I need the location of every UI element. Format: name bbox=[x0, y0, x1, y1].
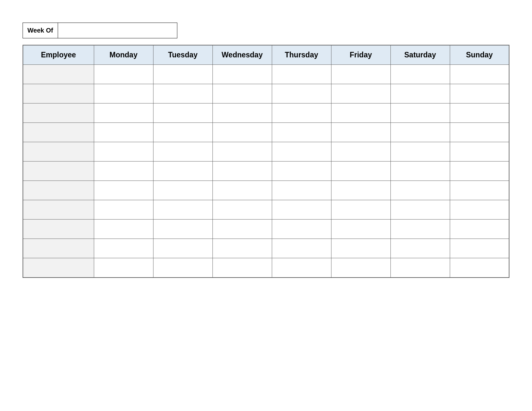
schedule-cell[interactable] bbox=[272, 103, 331, 123]
schedule-table: Employee Monday Tuesday Wednesday Thursd… bbox=[23, 45, 509, 278]
schedule-cell[interactable] bbox=[331, 161, 390, 181]
week-of-container: Week Of bbox=[23, 23, 509, 38]
schedule-cell[interactable] bbox=[212, 258, 272, 278]
schedule-cell[interactable] bbox=[94, 258, 153, 278]
schedule-cell[interactable] bbox=[212, 239, 272, 258]
employee-cell[interactable] bbox=[23, 181, 94, 200]
table-body bbox=[23, 65, 509, 278]
schedule-cell[interactable] bbox=[390, 220, 450, 239]
schedule-cell[interactable] bbox=[272, 258, 331, 278]
schedule-cell[interactable] bbox=[331, 142, 390, 161]
schedule-cell[interactable] bbox=[94, 142, 153, 161]
week-of-input[interactable] bbox=[58, 23, 177, 38]
schedule-cell[interactable] bbox=[390, 103, 450, 123]
schedule-cell[interactable] bbox=[212, 161, 272, 181]
schedule-cell[interactable] bbox=[212, 200, 272, 220]
schedule-cell[interactable] bbox=[450, 103, 509, 123]
schedule-cell[interactable] bbox=[390, 142, 450, 161]
schedule-cell[interactable] bbox=[94, 239, 153, 258]
schedule-cell[interactable] bbox=[331, 258, 390, 278]
schedule-cell[interactable] bbox=[450, 258, 509, 278]
schedule-cell[interactable] bbox=[212, 123, 272, 142]
schedule-cell[interactable] bbox=[450, 239, 509, 258]
employee-cell[interactable] bbox=[23, 258, 94, 278]
employee-cell[interactable] bbox=[23, 239, 94, 258]
schedule-cell[interactable] bbox=[272, 84, 331, 103]
schedule-cell[interactable] bbox=[212, 65, 272, 84]
schedule-cell[interactable] bbox=[153, 103, 212, 123]
schedule-cell[interactable] bbox=[450, 181, 509, 200]
schedule-cell[interactable] bbox=[272, 239, 331, 258]
schedule-cell[interactable] bbox=[272, 220, 331, 239]
schedule-cell[interactable] bbox=[450, 84, 509, 103]
schedule-cell[interactable] bbox=[390, 239, 450, 258]
employee-cell[interactable] bbox=[23, 103, 94, 123]
schedule-cell[interactable] bbox=[450, 200, 509, 220]
schedule-cell[interactable] bbox=[450, 161, 509, 181]
schedule-cell[interactable] bbox=[94, 220, 153, 239]
schedule-cell[interactable] bbox=[94, 200, 153, 220]
employee-cell[interactable] bbox=[23, 84, 94, 103]
schedule-cell[interactable] bbox=[212, 181, 272, 200]
schedule-cell[interactable] bbox=[272, 181, 331, 200]
schedule-cell[interactable] bbox=[153, 84, 212, 103]
schedule-cell[interactable] bbox=[390, 181, 450, 200]
table-row bbox=[23, 142, 509, 161]
schedule-cell[interactable] bbox=[272, 161, 331, 181]
schedule-cell[interactable] bbox=[153, 65, 212, 84]
schedule-cell[interactable] bbox=[212, 220, 272, 239]
schedule-cell[interactable] bbox=[212, 84, 272, 103]
schedule-cell[interactable] bbox=[153, 142, 212, 161]
schedule-cell[interactable] bbox=[450, 220, 509, 239]
employee-cell[interactable] bbox=[23, 161, 94, 181]
schedule-cell[interactable] bbox=[94, 84, 153, 103]
schedule-cell[interactable] bbox=[450, 65, 509, 84]
schedule-cell[interactable] bbox=[153, 181, 212, 200]
employee-cell[interactable] bbox=[23, 65, 94, 84]
schedule-cell[interactable] bbox=[94, 161, 153, 181]
schedule-cell[interactable] bbox=[272, 200, 331, 220]
table-row bbox=[23, 258, 509, 278]
schedule-cell[interactable] bbox=[390, 84, 450, 103]
schedule-cell[interactable] bbox=[331, 220, 390, 239]
employee-cell[interactable] bbox=[23, 220, 94, 239]
schedule-cell[interactable] bbox=[331, 200, 390, 220]
schedule-cell[interactable] bbox=[450, 142, 509, 161]
schedule-cell[interactable] bbox=[331, 181, 390, 200]
schedule-cell[interactable] bbox=[153, 258, 212, 278]
schedule-cell[interactable] bbox=[331, 103, 390, 123]
schedule-cell[interactable] bbox=[331, 65, 390, 84]
table-row bbox=[23, 200, 509, 220]
employee-cell[interactable] bbox=[23, 123, 94, 142]
schedule-cell[interactable] bbox=[94, 65, 153, 84]
schedule-cell[interactable] bbox=[153, 220, 212, 239]
schedule-cell[interactable] bbox=[272, 123, 331, 142]
schedule-cell[interactable] bbox=[272, 142, 331, 161]
schedule-cell[interactable] bbox=[390, 65, 450, 84]
employee-cell[interactable] bbox=[23, 142, 94, 161]
schedule-cell[interactable] bbox=[212, 142, 272, 161]
schedule-cell[interactable] bbox=[272, 65, 331, 84]
schedule-cell[interactable] bbox=[153, 123, 212, 142]
schedule-cell[interactable] bbox=[153, 200, 212, 220]
schedule-cell[interactable] bbox=[331, 123, 390, 142]
schedule-cell[interactable] bbox=[331, 84, 390, 103]
header-sunday: Sunday bbox=[450, 45, 509, 65]
schedule-cell[interactable] bbox=[331, 239, 390, 258]
schedule-cell[interactable] bbox=[390, 258, 450, 278]
header-tuesday: Tuesday bbox=[153, 45, 212, 65]
schedule-cell[interactable] bbox=[390, 200, 450, 220]
schedule-cell[interactable] bbox=[94, 181, 153, 200]
schedule-cell[interactable] bbox=[94, 103, 153, 123]
schedule-cell[interactable] bbox=[212, 103, 272, 123]
header-friday: Friday bbox=[331, 45, 390, 65]
schedule-cell[interactable] bbox=[390, 123, 450, 142]
header-monday: Monday bbox=[94, 45, 153, 65]
schedule-cell[interactable] bbox=[390, 161, 450, 181]
header-wednesday: Wednesday bbox=[212, 45, 272, 65]
schedule-cell[interactable] bbox=[94, 123, 153, 142]
schedule-cell[interactable] bbox=[450, 123, 509, 142]
schedule-cell[interactable] bbox=[153, 239, 212, 258]
employee-cell[interactable] bbox=[23, 200, 94, 220]
schedule-cell[interactable] bbox=[153, 161, 212, 181]
